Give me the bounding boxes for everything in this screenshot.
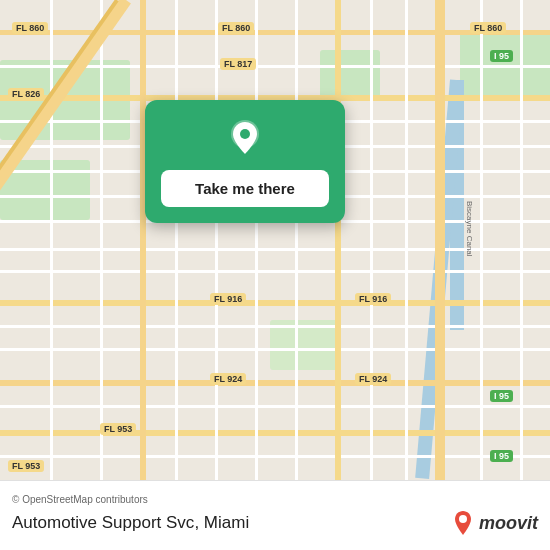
- location-pin-icon: [223, 116, 267, 160]
- road-v-6: [295, 0, 298, 480]
- road-h-11: [0, 405, 550, 408]
- location-title: Automotive Support Svc, Miami: [12, 513, 249, 533]
- road-v-10: [480, 0, 483, 480]
- label-i95-bottom: I 95: [490, 390, 513, 402]
- label-fl860-mid: FL 860: [218, 22, 254, 34]
- road-v-9: [405, 0, 408, 480]
- road-v-fl953-left: [140, 0, 146, 480]
- road-v-2: [100, 0, 103, 480]
- road-v-11: [520, 0, 523, 480]
- comma-separator: ,: [194, 513, 203, 532]
- road-h-fl916: [0, 300, 550, 306]
- label-fl953-bottom: FL 953: [8, 460, 44, 472]
- road-h-fl860-top: [0, 30, 550, 35]
- city-name: Miami: [204, 513, 249, 532]
- road-v-3: [175, 0, 178, 480]
- moovit-pin-icon: [451, 509, 475, 537]
- road-v-4: [215, 0, 218, 480]
- label-fl924-left: FL 924: [210, 373, 246, 385]
- location-name: Automotive Support Svc: [12, 513, 194, 532]
- road-v-i95: [435, 0, 445, 480]
- road-v-8: [370, 0, 373, 480]
- road-h-fl953: [0, 430, 550, 436]
- label-fl860-left: FL 860: [12, 22, 48, 34]
- label-fl817: FL 817: [220, 58, 256, 70]
- label-i95-top: I 95: [490, 50, 513, 62]
- label-fl916-left: FL 916: [210, 293, 246, 305]
- road-h-8: [0, 270, 550, 273]
- map-view[interactable]: FL 860 FL 860 FL 860 FL 817 FL 826 I 95 …: [0, 0, 550, 480]
- label-fl860-right: FL 860: [470, 22, 506, 34]
- label-biscayne-canal: Biscayne Canal: [462, 200, 477, 258]
- road-v-7: [335, 0, 341, 480]
- label-fl953-bot-left: FL 953: [100, 423, 136, 435]
- moovit-logo: moovit: [451, 509, 538, 537]
- take-me-there-button[interactable]: Take me there: [161, 170, 329, 207]
- bottom-content: Automotive Support Svc, Miami moovit: [12, 509, 538, 537]
- moovit-brand-text: moovit: [479, 513, 538, 534]
- svg-point-3: [459, 515, 467, 523]
- label-i95-bottom2: I 95: [490, 450, 513, 462]
- road-h-9: [0, 325, 550, 328]
- label-fl826: FL 826: [8, 88, 44, 100]
- road-h-10: [0, 348, 550, 351]
- road-v-1: [50, 0, 53, 480]
- map-attribution: © OpenStreetMap contributors: [12, 494, 538, 505]
- location-card: Take me there: [145, 100, 345, 223]
- road-h-fl924: [0, 380, 550, 386]
- svg-point-2: [240, 129, 250, 139]
- bottom-bar: © OpenStreetMap contributors Automotive …: [0, 480, 550, 550]
- road-v-5: [255, 0, 258, 480]
- label-fl924-right: FL 924: [355, 373, 391, 385]
- label-fl916-right: FL 916: [355, 293, 391, 305]
- road-h-12: [0, 455, 550, 458]
